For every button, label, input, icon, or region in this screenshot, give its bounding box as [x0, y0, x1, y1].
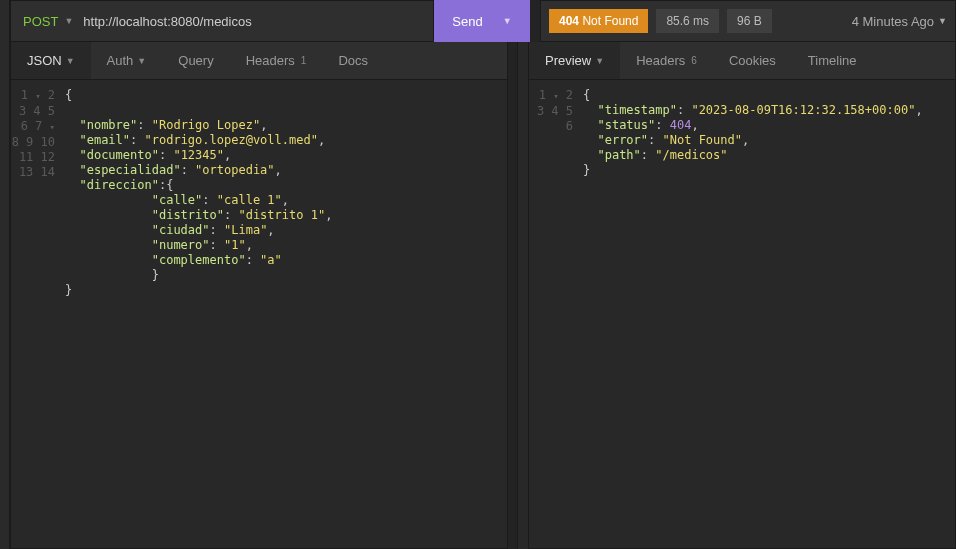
- chevron-down-icon: ▼: [595, 56, 604, 66]
- tab-body-json[interactable]: JSON▼: [11, 42, 91, 79]
- response-pane: Preview▼ Headers6 Cookies Timeline 1 ▾ 2…: [528, 42, 956, 549]
- line-gutter: 1 ▾ 2 3 4 5 6 7 ▾ 8 9 10 11 12 13 14: [11, 80, 65, 548]
- request-tabs: JSON▼ Auth▼ Query Headers1 Docs: [11, 42, 507, 80]
- status-badge: 404 Not Found: [549, 9, 648, 33]
- send-button[interactable]: Send ▼: [434, 0, 530, 42]
- tab-timeline[interactable]: Timeline: [792, 42, 873, 79]
- chevron-down-icon: ▼: [137, 56, 146, 66]
- http-method[interactable]: POST: [23, 14, 58, 29]
- history-dropdown-icon[interactable]: ▼: [938, 16, 947, 26]
- request-pane: JSON▼ Auth▼ Query Headers1 Docs 1 ▾ 2 3 …: [10, 42, 508, 549]
- url-bar[interactable]: POST ▼ http://localhost:8080/medicos: [10, 0, 434, 42]
- request-body-editor[interactable]: 1 ▾ 2 3 4 5 6 7 ▾ 8 9 10 11 12 13 14 { "…: [11, 80, 507, 548]
- tab-cookies[interactable]: Cookies: [713, 42, 792, 79]
- tab-preview[interactable]: Preview▼: [529, 42, 620, 79]
- tab-response-headers[interactable]: Headers6: [620, 42, 713, 79]
- line-gutter: 1 ▾ 2 3 4 5 6: [529, 80, 583, 548]
- response-status-bar: 404 Not Found 85.6 ms 96 B 4 Minutes Ago…: [540, 0, 956, 42]
- tab-request-headers[interactable]: Headers1: [230, 42, 323, 79]
- response-body-code: { "timestamp": "2023-08-09T16:12:32.158+…: [583, 80, 955, 548]
- request-body-code[interactable]: { "nombre": "Rodrigo Lopez", "email": "r…: [65, 80, 507, 548]
- time-ago[interactable]: 4 Minutes Ago ▼: [852, 14, 947, 29]
- tab-query[interactable]: Query: [162, 42, 229, 79]
- tab-auth[interactable]: Auth▼: [91, 42, 163, 79]
- time-badge: 85.6 ms: [656, 9, 719, 33]
- tab-docs[interactable]: Docs: [322, 42, 384, 79]
- request-url[interactable]: http://localhost:8080/medicos: [83, 14, 251, 29]
- method-dropdown-icon[interactable]: ▼: [64, 16, 73, 26]
- size-badge: 96 B: [727, 9, 772, 33]
- sidebar-strip: [0, 0, 10, 549]
- send-dropdown-icon[interactable]: ▼: [503, 16, 512, 26]
- response-tabs: Preview▼ Headers6 Cookies Timeline: [529, 42, 955, 80]
- chevron-down-icon: ▼: [66, 56, 75, 66]
- response-body-viewer[interactable]: 1 ▾ 2 3 4 5 6 { "timestamp": "2023-08-09…: [529, 80, 955, 548]
